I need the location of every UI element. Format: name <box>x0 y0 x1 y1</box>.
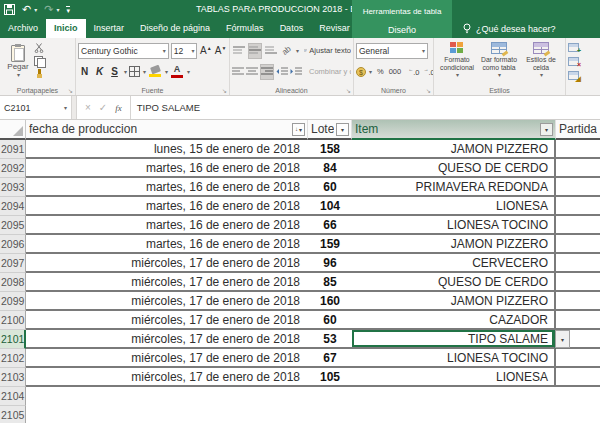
row-number[interactable]: 2093 <box>0 178 26 197</box>
fill-color-caret-icon[interactable]: ▾ <box>165 68 168 75</box>
conditional-formatting-button[interactable]: Formato condicional ▾ <box>436 40 478 84</box>
insert-cells-button[interactable]: + <box>568 40 599 54</box>
row-number[interactable]: 2097 <box>0 254 26 273</box>
row-number[interactable]: 2092 <box>0 159 26 178</box>
cell-fecha[interactable] <box>26 387 308 406</box>
cell-fecha[interactable]: miércoles, 17 de enero de 2018 <box>26 349 308 368</box>
cell-item[interactable]: LIONESA <box>352 197 556 216</box>
shrink-font-button[interactable]: A▼ <box>214 45 227 56</box>
cell-lote[interactable]: 105 <box>308 368 352 387</box>
increase-decimal-button[interactable]: ←.0 <box>408 66 419 77</box>
cell-lote[interactable]: 104 <box>308 197 352 216</box>
copy-icon[interactable] <box>34 56 44 66</box>
cell-item[interactable]: QUESO DE CERDO <box>352 273 556 292</box>
cell-partida[interactable] <box>556 406 600 423</box>
cell-partida[interactable] <box>556 349 600 368</box>
tell-me-search[interactable]: ¿Qué desea hacer? <box>462 19 556 38</box>
formula-input[interactable]: TIPO SALAME <box>131 96 600 119</box>
cell-styles-button[interactable]: Estilos de celda ▾ <box>520 40 562 84</box>
accounting-format-icon[interactable]: $ <box>356 67 366 77</box>
underline-caret-icon[interactable]: ▾ <box>124 68 127 75</box>
cell-fecha[interactable]: martes, 16 de enero de 2018 <box>26 197 308 216</box>
cell-fecha[interactable]: martes, 16 de enero de 2018 <box>26 235 308 254</box>
orientation-caret-icon[interactable]: ▾ <box>296 47 299 54</box>
filter-dropdown-icon[interactable]: ▾ <box>336 123 349 136</box>
percent-style-button[interactable]: % <box>377 67 384 76</box>
grow-font-button[interactable]: A▲ <box>199 45 212 56</box>
name-box[interactable]: C2101 ▾ <box>0 96 72 119</box>
column-header-item[interactable]: Item▾ <box>352 120 556 140</box>
cell-partida[interactable] <box>556 292 600 311</box>
decrease-indent-icon[interactable] <box>276 64 288 80</box>
cell-partida[interactable] <box>556 387 600 406</box>
cell-fecha[interactable]: miércoles, 17 de enero de 2018 <box>26 254 308 273</box>
tab-fórmulas[interactable]: Fórmulas <box>218 19 272 38</box>
format-painter-icon[interactable] <box>34 69 44 79</box>
cell-lote[interactable]: 66 <box>308 216 352 235</box>
tab-insertar[interactable]: Insertar <box>86 19 133 38</box>
orientation-icon[interactable]: ab <box>279 43 293 59</box>
font-size-combo[interactable]: 12 ▾ <box>171 43 198 59</box>
row-number[interactable]: 2102 <box>0 349 26 368</box>
font-color-icon[interactable]: A <box>170 65 184 78</box>
cell-fecha[interactable]: martes, 16 de enero de 2018 <box>26 216 308 235</box>
tab-diseño-de-página[interactable]: Diseño de página <box>132 19 218 38</box>
font-name-combo[interactable]: Century Gothic ▾ <box>78 43 169 59</box>
font-color-caret-icon[interactable]: ▾ <box>187 68 190 75</box>
row-number[interactable]: 2101 <box>0 330 26 349</box>
format-as-table-button[interactable]: Dar formato como tabla ▾ <box>478 40 520 84</box>
align-bottom-icon[interactable] <box>264 43 278 59</box>
cell-item[interactable] <box>352 387 556 406</box>
validation-dropdown-icon[interactable]: ▾ <box>555 330 570 348</box>
row-number[interactable]: 2104 <box>0 387 26 406</box>
tab-archivo[interactable]: Archivo <box>0 19 46 38</box>
cell-partida[interactable] <box>556 216 600 235</box>
paste-button[interactable]: Pegar ▾ <box>2 40 34 82</box>
cell-lote[interactable]: 159 <box>308 235 352 254</box>
cell-fecha[interactable] <box>26 406 308 423</box>
borders-icon[interactable] <box>129 66 140 77</box>
cell-partida[interactable] <box>556 368 600 387</box>
row-number[interactable]: 2105 <box>0 406 26 423</box>
save-icon[interactable] <box>4 4 15 15</box>
align-middle-icon[interactable] <box>248 43 262 59</box>
tab-inicio[interactable]: Inicio <box>46 19 86 38</box>
align-center-icon[interactable] <box>246 64 258 80</box>
cell-lote[interactable] <box>308 387 352 406</box>
undo-caret-icon[interactable]: ▾ <box>34 6 37 13</box>
bold-button[interactable]: N <box>78 66 91 77</box>
cell-partida[interactable] <box>556 178 600 197</box>
selected-cell[interactable]: TIPO SALAME▾ <box>352 330 556 349</box>
format-cells-button[interactable]: ◢ <box>568 68 599 82</box>
cell-item[interactable]: CAZADOR <box>352 311 556 330</box>
cell-partida[interactable] <box>556 254 600 273</box>
cell-lote[interactable]: 84 <box>308 159 352 178</box>
customize-qat-icon[interactable]: ▾ <box>66 6 70 14</box>
dialog-launcher-icon[interactable]: ↘ <box>68 87 73 94</box>
row-number[interactable]: 2091 <box>0 140 26 159</box>
number-format-combo[interactable]: General ▾ <box>356 43 428 59</box>
cell-fecha[interactable]: miércoles, 17 de enero de 2018 <box>26 368 308 387</box>
cell-partida[interactable] <box>556 235 600 254</box>
align-left-icon[interactable] <box>232 64 244 80</box>
comma-style-button[interactable]: 000 <box>389 67 402 76</box>
cell-lote[interactable]: 60 <box>308 311 352 330</box>
accounting-caret-icon[interactable]: ▾ <box>369 68 372 75</box>
cell-item[interactable]: JAMON PIZZERO <box>352 235 556 254</box>
filter-dropdown-icon[interactable]: ↓▾ <box>292 123 305 136</box>
cell-lote[interactable]: 60 <box>308 178 352 197</box>
cell-fecha[interactable]: martes, 16 de enero de 2018 <box>26 178 308 197</box>
cut-icon[interactable] <box>34 43 44 53</box>
increase-indent-icon[interactable] <box>290 64 302 80</box>
insert-function-icon[interactable]: fx <box>115 103 122 113</box>
dialog-launcher-icon[interactable]: ↘ <box>426 87 431 94</box>
cell-fecha[interactable]: miércoles, 17 de enero de 2018 <box>26 330 308 349</box>
cell-lote[interactable]: 158 <box>308 140 352 159</box>
filter-dropdown-icon[interactable]: ▾ <box>540 123 553 136</box>
cell-item[interactable]: QUESO DE CERDO <box>352 159 556 178</box>
column-header-lote[interactable]: Lote▾ <box>308 120 352 140</box>
cell-partida[interactable] <box>556 311 600 330</box>
dialog-launcher-icon[interactable]: ↘ <box>222 87 227 94</box>
cell-item[interactable]: JAMON PIZZERO <box>352 292 556 311</box>
cell-fecha[interactable]: miércoles, 17 de enero de 2018 <box>26 292 308 311</box>
